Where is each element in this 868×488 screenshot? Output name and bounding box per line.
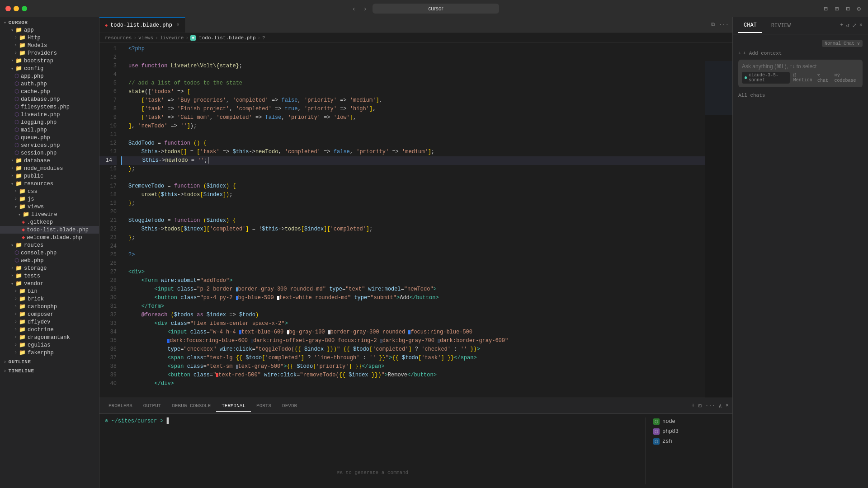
editor-split-icon[interactable]: ⧉ xyxy=(711,22,715,28)
sidebar-item-queue-php[interactable]: ⬡ queue.php xyxy=(0,134,99,141)
php-file-icon: ⬡ xyxy=(14,127,19,133)
folder-open-icon: ▾ xyxy=(11,181,14,187)
sidebar-item-mail-php[interactable]: ⬡ mail.php xyxy=(0,126,99,134)
panel-expand-icon[interactable]: ⤢ xyxy=(852,22,857,29)
sidebar-item-dragonmantank[interactable]: › 📁 dragonmantank xyxy=(0,333,99,341)
editor-more-icon[interactable]: ··· xyxy=(719,22,729,28)
sidebar-item-todo-list[interactable]: ◆ todo-list.blade.php xyxy=(0,226,99,234)
sidebar-item-web-php[interactable]: ⬡ web.php xyxy=(0,257,99,264)
add-context-button[interactable]: + + Add context xyxy=(738,51,863,56)
sidebar-item-database-php[interactable]: ⬡ database.php xyxy=(0,95,99,103)
terminal-session-zsh[interactable]: ⬡ zsh xyxy=(651,437,727,446)
fullscreen-button[interactable] xyxy=(22,6,27,11)
sidebar-item-tests[interactable]: › 📁 tests xyxy=(0,272,99,280)
sidebar-item-composer[interactable]: › 📁 composer xyxy=(0,310,99,318)
sidebar-item-config[interactable]: ▾ 📁 config xyxy=(0,65,99,72)
sidebar-item-auth-php[interactable]: ⬡ auth.php xyxy=(0,80,99,88)
sidebar-item-doctrine[interactable]: › 📁 doctrine xyxy=(0,326,99,333)
all-chats-link[interactable]: All chats xyxy=(738,93,863,98)
sidebar-item-database[interactable]: › 📁 database xyxy=(0,157,99,164)
sidebar-item-livewire-folder[interactable]: ▾ 📁 livewire xyxy=(0,211,99,218)
outline-section[interactable]: › OUTLINE xyxy=(0,357,99,366)
tab-ports[interactable]: PORTS xyxy=(251,400,277,411)
codebase-shortcut[interactable]: ⌘? codebase xyxy=(835,73,859,83)
terminal-minimize-icon[interactable]: ∧ xyxy=(719,403,722,409)
sidebar-item-storage[interactable]: › 📁 storage xyxy=(0,264,99,272)
sidebar-item-public[interactable]: › 📁 public xyxy=(0,172,99,180)
timeline-section[interactable]: › TIMELINE xyxy=(0,366,99,375)
tab-devdb[interactable]: DEVDB xyxy=(277,400,302,411)
chat-input-area[interactable]: claude-3-5-sonnet @ Mention ⌥ chat ⌘? co… xyxy=(738,60,863,87)
php-file-icon: ⬡ xyxy=(14,150,19,156)
terminal-main[interactable]: ⊙ ~/sites/cursor > ▋ ⌘K to generate a co… xyxy=(105,418,640,484)
sidebar-item-livewire-php[interactable]: ⬡ livewire.php xyxy=(0,111,99,118)
sidebar-item-gitkeep[interactable]: ◈ .gitkeep xyxy=(0,218,99,226)
panel-close-icon[interactable]: × xyxy=(859,22,863,29)
normal-chat-selector[interactable]: Normal Chat ∨ xyxy=(822,40,863,47)
sidebar-item-services-php[interactable]: ⬡ services.php xyxy=(0,141,99,149)
chat-input[interactable] xyxy=(742,63,859,70)
panel-history-icon[interactable]: ↺ xyxy=(846,22,849,29)
sidebar-item-models[interactable]: › 📁 Models xyxy=(0,42,99,49)
sidebar-item-http[interactable]: › 📁 Http xyxy=(0,34,99,42)
tab-debug-console[interactable]: DEBUG CONSOLE xyxy=(166,400,216,411)
terminal-split-icon[interactable]: ⊡ xyxy=(698,403,702,409)
panel-add-icon[interactable]: + xyxy=(840,22,843,29)
sidebar-item-bin[interactable]: › 📁 bin xyxy=(0,287,99,295)
sidebar-item-fakerphp[interactable]: › 📁 fakerphp xyxy=(0,349,99,357)
sidebar-item-views[interactable]: ▾ 📁 views xyxy=(0,203,99,211)
sidebar-toggle-icon[interactable]: ⊟ xyxy=(822,4,829,14)
sidebar-item-resources[interactable]: ▾ 📁 resources xyxy=(0,180,99,188)
sidebar-item-session-php[interactable]: ⬡ session.php xyxy=(0,149,99,157)
sidebar-item-filesystems-php[interactable]: ⬡ filesystems.php xyxy=(0,103,99,111)
code-container[interactable]: 12345 678910 1112131415 1617181920 21222… xyxy=(99,43,705,398)
sidebar-item-brick[interactable]: › 📁 brick xyxy=(0,295,99,303)
tab-output[interactable]: OUTPUT xyxy=(138,400,167,411)
nav-forward-button[interactable]: › xyxy=(361,4,369,13)
terminal-add-icon[interactable]: + xyxy=(692,403,695,409)
terminal-close-icon[interactable]: × xyxy=(726,403,729,409)
terminal-prompt: ⊙ ~/sites/cursor > xyxy=(105,418,164,424)
sidebar-item-egulias[interactable]: › 📁 egulias xyxy=(0,341,99,349)
sidebar-item-console-php[interactable]: ⬡ console.php xyxy=(0,249,99,257)
sidebar-item-routes[interactable]: ▾ 📁 routes xyxy=(0,241,99,249)
sidebar-item-app[interactable]: ▾ 📁 app xyxy=(0,26,99,34)
terminal-session-php83[interactable]: ⬡ php83 xyxy=(651,427,727,436)
sidebar-item-js[interactable]: › 📁 js xyxy=(0,195,99,203)
code-line: <div> xyxy=(121,268,705,277)
chat-model-selector[interactable]: claude-3-5-sonnet xyxy=(742,72,790,84)
close-button[interactable] xyxy=(5,6,11,11)
sidebar-item-label: bootstrap xyxy=(24,58,53,64)
panel-tab-chat[interactable]: CHAT xyxy=(738,19,762,33)
minimize-button[interactable] xyxy=(14,6,19,11)
tab-todo-list[interactable]: ◆ todo-list.blade.php × xyxy=(99,17,185,33)
sidebar-item-vendor[interactable]: ▾ 📁 vendor xyxy=(0,280,99,287)
sidebar-root-label[interactable]: ▾ CURSOR xyxy=(0,17,99,26)
terminal-more-icon[interactable]: ··· xyxy=(705,403,715,409)
nav-back-button[interactable]: ‹ xyxy=(350,4,358,13)
terminal-session-node[interactable]: ⬡ node xyxy=(651,418,727,426)
search-input[interactable] xyxy=(373,4,499,14)
tab-terminal[interactable]: TERMINAL xyxy=(216,400,251,412)
sidebar-item-carbonphp[interactable]: › 📁 carbonphp xyxy=(0,303,99,310)
sidebar-item-providers[interactable]: › 📁 Providers xyxy=(0,49,99,57)
tab-problems[interactable]: PROBLEMS xyxy=(103,400,138,411)
tab-close-icon[interactable]: × xyxy=(177,23,179,28)
mention-button[interactable]: @ Mention xyxy=(793,73,814,83)
sidebar-item-dflydev[interactable]: › 📁 dflydev xyxy=(0,318,99,326)
panel-tab-review[interactable]: REVIEW xyxy=(766,19,796,33)
sidebar-item-cache-php[interactable]: ⬡ cache.php xyxy=(0,88,99,95)
sidebar-item-app-php[interactable]: ⬡ app.php xyxy=(0,72,99,80)
sidebar-item-welcome-blade[interactable]: ◆ welcome.blade.php xyxy=(0,234,99,241)
sidebar-item-css[interactable]: › 📁 css xyxy=(0,188,99,195)
folder-open-icon: ▾ xyxy=(18,212,21,217)
code-content[interactable]: <?php use function Livewire\Volt\{state}… xyxy=(121,43,705,398)
sidebar-item-logging-php[interactable]: ⬡ logging.php xyxy=(0,118,99,126)
sidebar-item-bootstrap[interactable]: › 📁 bootstrap xyxy=(0,57,99,65)
sidebar-item-node-modules[interactable]: › 📁 node_modules xyxy=(0,164,99,172)
settings-icon[interactable]: ⚙ xyxy=(855,4,863,14)
code-line: <input class="w-4 h-4 ■text-blue-600 ■bg… xyxy=(121,328,705,337)
chat-shortcut[interactable]: ⌥ chat xyxy=(817,73,831,83)
split-icon[interactable]: ⊡ xyxy=(844,4,851,14)
layout-icon[interactable]: ⊞ xyxy=(833,4,840,14)
